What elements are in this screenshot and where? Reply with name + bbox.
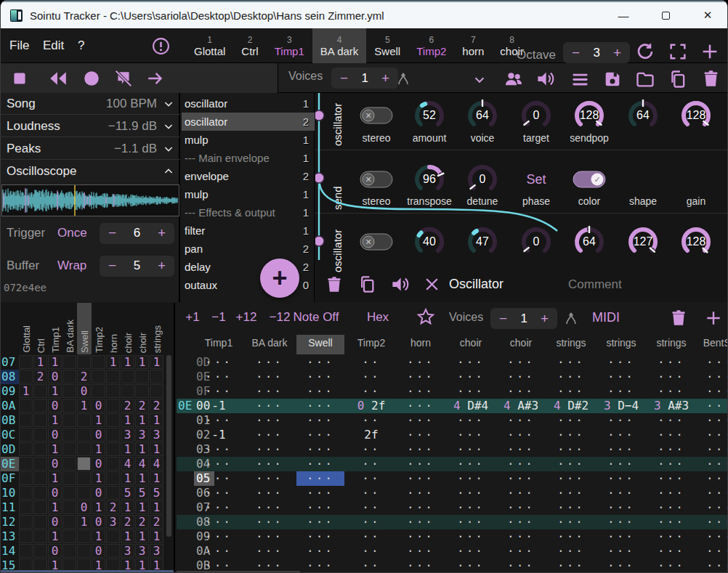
order-cell[interactable] xyxy=(106,370,120,383)
order-cell[interactable]: 1 xyxy=(150,413,163,427)
order-row-number[interactable]: 14 xyxy=(1,544,19,558)
pattern-cell[interactable]: ··· xyxy=(307,471,334,486)
target-set-button[interactable]: Set xyxy=(526,172,546,187)
order-cell[interactable]: 1 xyxy=(77,399,91,413)
pattern-cell[interactable]: ··· xyxy=(407,355,434,370)
pattern-cell[interactable]: ··· xyxy=(658,529,685,544)
pattern-cell[interactable]: ··· xyxy=(507,457,535,471)
pattern-cell[interactable]: ··· xyxy=(407,413,434,428)
pattern-cell[interactable]: ··· xyxy=(607,500,635,515)
pattern-cell[interactable]: ··· xyxy=(557,544,585,558)
pattern-voices-stepper[interactable]: − 1 + xyxy=(490,308,557,329)
order-cell[interactable]: 1 xyxy=(135,529,149,543)
pattern-cell[interactable]: ··· xyxy=(307,500,334,515)
track-tab-ctrl[interactable]: 2Ctrl xyxy=(233,28,266,63)
stereo-toggle[interactable]: ✕ xyxy=(360,171,393,188)
pattern-cell[interactable]: ·· xyxy=(362,544,380,558)
pattern-cell[interactable]: ··· xyxy=(407,544,434,558)
pattern-cell[interactable]: ··· xyxy=(307,457,334,471)
pattern-cell[interactable]: ··· xyxy=(307,442,334,457)
pattern-cell[interactable]: ··· xyxy=(706,384,728,399)
order-cell[interactable]: 1 xyxy=(150,442,163,456)
order-cell[interactable] xyxy=(19,370,33,383)
pattern-button-+1[interactable]: +1 xyxy=(185,310,199,325)
clear-unit-icon[interactable] xyxy=(423,275,441,293)
add-instrument-icon[interactable] xyxy=(700,41,720,62)
order-cell[interactable] xyxy=(33,428,47,442)
order-cell[interactable] xyxy=(33,529,47,543)
enable-toggle[interactable]: ✕ xyxy=(360,107,393,124)
pattern-cell[interactable]: ··· xyxy=(307,399,334,413)
pattern-cell[interactable]: ··· xyxy=(205,471,232,486)
order-cell[interactable]: 0 xyxy=(48,370,62,383)
pattern-cell[interactable]: ··· xyxy=(457,486,485,500)
unit-list-item-3[interactable]: --- Main envelope1 xyxy=(182,149,315,167)
pattern-track-header-8[interactable]: strings xyxy=(606,337,636,349)
pattern-cell[interactable]: ··· xyxy=(407,529,434,544)
pattern-track-header-6[interactable]: choir xyxy=(510,337,532,349)
chevron-down-icon[interactable] xyxy=(163,98,174,110)
order-cell[interactable] xyxy=(62,486,76,500)
pattern-track-header-2[interactable]: Swell xyxy=(308,337,332,349)
order-cell[interactable] xyxy=(62,384,76,398)
pattern-cell[interactable]: ··· xyxy=(607,428,635,442)
pattern-cell[interactable]: ··· xyxy=(457,529,485,544)
pattern-cell[interactable]: ·· xyxy=(362,515,380,529)
order-cell[interactable] xyxy=(33,413,47,427)
pattern-cell[interactable]: ·· xyxy=(362,413,380,428)
unit-list-item-8[interactable]: pan2 xyxy=(182,240,315,258)
loop-icon[interactable] xyxy=(634,41,656,62)
order-cell[interactable] xyxy=(62,428,76,442)
pattern-cell[interactable]: ··· xyxy=(607,457,635,471)
order-cell[interactable] xyxy=(106,384,120,398)
pattern-cell[interactable]: ··· xyxy=(256,370,283,384)
order-cell[interactable]: 2 xyxy=(121,515,134,529)
order-cell[interactable] xyxy=(150,370,163,383)
buffer-minus-button[interactable]: − xyxy=(100,258,125,274)
order-row-number[interactable]: 07 xyxy=(1,355,19,370)
pattern-cell[interactable]: ··· xyxy=(658,370,685,384)
order-cell[interactable] xyxy=(33,384,47,398)
chevron-up-icon[interactable] xyxy=(163,166,174,177)
order-cell[interactable]: 0 xyxy=(48,457,62,471)
order-cell[interactable] xyxy=(19,355,33,369)
pattern-cell[interactable]: -1 xyxy=(211,428,225,442)
unit-list-item-1[interactable]: oscillator2 xyxy=(182,113,315,131)
pattern-cell[interactable]: ··· xyxy=(607,515,635,529)
unit-list-item-4[interactable]: envelope2 xyxy=(182,167,315,185)
add-unit-button[interactable]: + xyxy=(260,259,299,298)
delete-unit-icon[interactable] xyxy=(325,275,344,294)
pattern-cell[interactable]: ··· xyxy=(658,355,685,370)
pattern-cell[interactable]: ·· xyxy=(362,442,380,457)
trigger-minus-button[interactable]: − xyxy=(100,225,125,241)
pattern-cell[interactable]: ··· xyxy=(457,384,485,399)
order-cell[interactable] xyxy=(19,515,33,529)
order-cell[interactable]: 1 xyxy=(121,413,134,427)
pattern-cell[interactable]: ·· xyxy=(362,486,380,500)
order-cell[interactable] xyxy=(62,370,76,383)
order-cell[interactable] xyxy=(135,384,149,398)
pattern-cell[interactable]: ··· xyxy=(557,515,585,529)
order-cell[interactable]: 3 xyxy=(121,428,134,442)
pattern-cell[interactable]: ··· xyxy=(407,500,434,515)
menu-edit[interactable]: Edit xyxy=(43,38,64,53)
pattern-cell[interactable]: ··· xyxy=(256,529,283,544)
buffer-stepper[interactable]: − 5 + xyxy=(100,256,174,277)
pattern-cell[interactable]: ··· xyxy=(607,529,635,544)
pattern-cell[interactable]: ··· xyxy=(507,486,535,500)
buffer-mode[interactable]: Wrap xyxy=(57,259,100,273)
order-cell[interactable]: 1 xyxy=(135,471,149,485)
track-tab-swell[interactable]: 5Swell xyxy=(366,28,408,63)
order-cell[interactable]: 1 xyxy=(48,355,62,369)
pattern-cell[interactable]: ··· xyxy=(557,355,585,370)
order-cell[interactable] xyxy=(106,486,120,500)
order-cell[interactable]: 1 xyxy=(121,471,134,485)
pattern-cell[interactable]: ··· xyxy=(256,500,283,515)
menu-help[interactable]: ? xyxy=(78,38,84,53)
pattern-cell[interactable]: ··· xyxy=(457,558,485,573)
pattern-cell[interactable]: ··· xyxy=(407,399,434,413)
alert-icon[interactable] xyxy=(152,37,170,55)
order-cell[interactable]: 4 xyxy=(121,457,134,471)
order-cell[interactable]: 1 xyxy=(150,471,163,485)
order-cell[interactable] xyxy=(92,355,105,369)
